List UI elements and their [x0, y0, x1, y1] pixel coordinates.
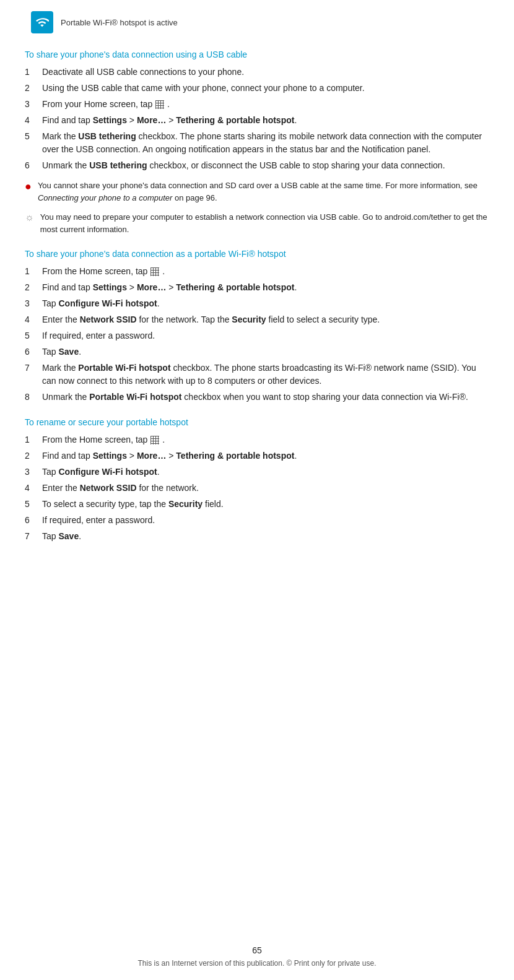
footer-text: This is an Internet version of this publ… [0, 959, 514, 968]
grid-icon [150, 436, 159, 444]
section-usb-cable: To share your phone's data connection us… [25, 50, 489, 235]
list-item: 6 Tap Save. [25, 345, 489, 358]
warning-icon: ● [25, 180, 32, 193]
list-item: 1 From the Home screen, tap . [25, 433, 489, 446]
list-item: 2 Using the USB cable that came with you… [25, 82, 489, 95]
step-content: Enter the Network SSID for the network. … [42, 313, 380, 326]
step-number: 8 [25, 391, 42, 404]
step-number: 1 [25, 265, 42, 278]
list-item: 7 Mark the Portable Wi-Fi hotspot checkb… [25, 362, 489, 388]
list-item: 5 Mark the USB tethering checkbox. The p… [25, 130, 489, 156]
list-item: 2 Find and tap Settings > More… > Tether… [25, 281, 489, 294]
step-number: 5 [25, 130, 42, 156]
step-number: 6 [25, 345, 42, 358]
section-heading-rename: To rename or secure your portable hotspo… [25, 417, 489, 427]
section-rename-secure: To rename or secure your portable hotspo… [25, 417, 489, 543]
step-content: Mark the USB tethering checkbox. The pho… [42, 130, 489, 156]
step-content: Unmark the Portable Wi-Fi hotspot checkb… [42, 391, 468, 404]
list-item: 5 To select a security type, tap the Sec… [25, 498, 489, 511]
step-content: Tap Configure Wi-Fi hotspot. [42, 466, 160, 479]
list-item: 1 Deactivate all USB cable connections t… [25, 66, 489, 79]
list-item: 3 Tap Configure Wi-Fi hotspot. [25, 297, 489, 310]
notification-bar: Portable Wi-Fi® hotspot is active [25, 6, 489, 38]
step-content: Tap Save. [42, 345, 81, 358]
step-number: 7 [25, 530, 42, 543]
step-number: 6 [25, 159, 42, 172]
step-content: Unmark the USB tethering checkbox, or di… [42, 159, 445, 172]
step-content: Mark the Portable Wi-Fi hotspot checkbox… [42, 362, 489, 388]
list-item: 8 Unmark the Portable Wi-Fi hotspot chec… [25, 391, 489, 404]
usb-steps-list: 1 Deactivate all USB cable connections t… [25, 66, 489, 172]
page-container: Portable Wi-Fi® hotspot is active To sha… [0, 0, 514, 594]
section-wifi-hotspot: To share your phone's data connection as… [25, 249, 489, 404]
step-number: 1 [25, 433, 42, 446]
warning-text: You cannot share your phone's data conne… [38, 180, 489, 204]
step-content: Find and tap Settings > More… > Tetherin… [42, 114, 297, 127]
step-number: 3 [25, 98, 42, 111]
section-heading-usb: To share your phone's data connection us… [25, 50, 489, 59]
list-item: 5 If required, enter a password. [25, 329, 489, 342]
step-number: 4 [25, 482, 42, 495]
grid-icon [150, 267, 159, 276]
step-content: From the Home screen, tap . [42, 433, 165, 446]
step-content: Tap Configure Wi-Fi hotspot. [42, 297, 160, 310]
tip-icon: ☼ [25, 212, 34, 223]
wifi-hotspot-icon [35, 15, 49, 29]
step-content: Enter the Network SSID for the network. [42, 482, 199, 495]
warning-note: ● You cannot share your phone's data con… [25, 180, 489, 204]
tip-note: ☼ You may need to prepare your computer … [25, 211, 489, 235]
step-number: 5 [25, 498, 42, 511]
step-number: 4 [25, 313, 42, 326]
list-item: 3 From your Home screen, tap . [25, 98, 489, 111]
list-item: 4 Enter the Network SSID for the network… [25, 313, 489, 326]
step-number: 4 [25, 114, 42, 127]
notification-text: Portable Wi-Fi® hotspot is active [61, 18, 178, 27]
wifi-steps-list: 1 From the Home screen, tap . 2 Find and… [25, 265, 489, 404]
grid-icon [155, 100, 164, 109]
step-number: 3 [25, 297, 42, 310]
step-number: 7 [25, 362, 42, 388]
step-content: Using the USB cable that came with your … [42, 82, 365, 95]
list-item: 4 Enter the Network SSID for the network… [25, 482, 489, 495]
step-content: If required, enter a password. [42, 514, 155, 527]
list-item: 7 Tap Save. [25, 530, 489, 543]
step-number: 1 [25, 66, 42, 79]
step-content: From your Home screen, tap . [42, 98, 170, 111]
step-content: Tap Save. [42, 530, 81, 543]
step-number: 2 [25, 82, 42, 95]
rename-steps-list: 1 From the Home screen, tap . 2 Find and… [25, 433, 489, 543]
page-number: 65 [0, 945, 514, 955]
list-item: 3 Tap Configure Wi-Fi hotspot. [25, 466, 489, 479]
list-item: 6 Unmark the USB tethering checkbox, or … [25, 159, 489, 172]
section-heading-wifi: To share your phone's data connection as… [25, 249, 489, 259]
step-content: Find and tap Settings > More… > Tetherin… [42, 449, 297, 462]
list-item: 6 If required, enter a password. [25, 514, 489, 527]
step-content: To select a security type, tap the Secur… [42, 498, 224, 511]
list-item: 1 From the Home screen, tap . [25, 265, 489, 278]
step-number: 6 [25, 514, 42, 527]
page-footer: 65 This is an Internet version of this p… [0, 945, 514, 968]
step-number: 2 [25, 281, 42, 294]
list-item: 2 Find and tap Settings > More… > Tether… [25, 449, 489, 462]
wifi-icon-box [31, 11, 53, 33]
step-content: From the Home screen, tap . [42, 265, 165, 278]
step-content: Find and tap Settings > More… > Tetherin… [42, 281, 297, 294]
step-number: 5 [25, 329, 42, 342]
step-content: If required, enter a password. [42, 329, 155, 342]
step-content: Deactivate all USB cable connections to … [42, 66, 244, 79]
list-item: 4 Find and tap Settings > More… > Tether… [25, 114, 489, 127]
tip-text: You may need to prepare your computer to… [40, 211, 489, 235]
step-number: 2 [25, 449, 42, 462]
step-number: 3 [25, 466, 42, 479]
